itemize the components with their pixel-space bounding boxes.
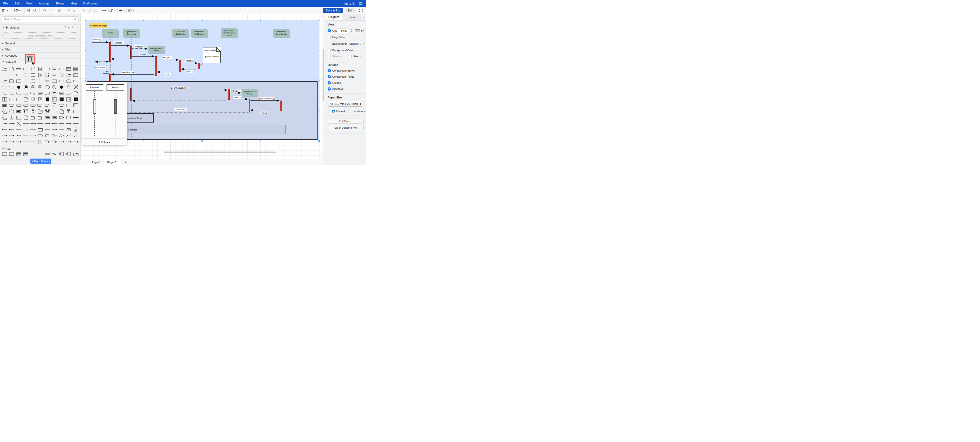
shape-thumbnail-line[interactable]: [72, 120, 80, 126]
shape-thumbnail-darrR[interactable]: [65, 139, 72, 145]
grid-size-stepper[interactable]: [350, 28, 353, 33]
shape-thumbnail-ringarr[interactable]: [51, 132, 58, 139]
shape-thumbnail-deploy[interactable]: [29, 114, 37, 120]
section-general[interactable]: General: [0, 40, 80, 46]
shape-thumbnail-label[interactable]: [1, 102, 8, 108]
shape-thumbnail-arrL[interactable]: [51, 120, 58, 126]
message-label[interactable]: errors: [164, 73, 170, 75]
shape-thumbnail-ellipse[interactable]: [29, 78, 37, 84]
shape-thumbnail-collab[interactable]: [72, 126, 80, 132]
shape-thumbnail-note[interactable]: [72, 90, 80, 96]
shape-thumbnail-class[interactable]: [15, 78, 22, 84]
shape-thumbnail-chevR[interactable]: [65, 90, 72, 96]
zoom-in-icon[interactable]: [26, 8, 32, 13]
shape-thumbnail-comp[interactable]: [58, 151, 65, 157]
shape-thumbnail-pill[interactable]: [15, 102, 22, 108]
message-label[interactable]: validate(): [115, 41, 124, 44]
shape-thumbnail-cross[interactable]: [15, 120, 22, 126]
section-advanced[interactable]: Advanced: [0, 53, 80, 59]
zoom-out-icon[interactable]: [32, 8, 38, 13]
proxy-box-2[interactable]: <<javascript>>:Proxy: [242, 89, 257, 97]
shape-thumbnail-label[interactable]: [15, 72, 22, 78]
shape-thumbnail-black[interactable]: [44, 96, 51, 102]
shape-thumbnail-pill[interactable]: [1, 84, 8, 90]
activation-bar[interactable]: [249, 99, 250, 112]
menu-edit[interactable]: Edit: [11, 2, 23, 5]
shape-thumbnail-halfarr[interactable]: [22, 126, 30, 132]
section-misc[interactable]: Misc: [0, 46, 80, 53]
shape-thumbnail-line[interactable]: [29, 126, 37, 132]
shape-thumbnail-folder[interactable]: [1, 78, 8, 84]
shape-thumbnail-objnode[interactable]: [65, 126, 72, 132]
shape-thumbnail-line[interactable]: [58, 126, 65, 132]
shape-thumbnail-ringarr[interactable]: [58, 132, 65, 139]
activation-bar[interactable]: [155, 56, 157, 76]
search-shapes-box[interactable]: [2, 16, 78, 22]
selection-handle-icon[interactable]: ✕: [318, 140, 320, 143]
shape-thumbnail-label[interactable]: [37, 90, 44, 96]
clear-default-style-button[interactable]: Clear Default Style: [328, 125, 364, 130]
grid-size-input[interactable]: 10 pt: [338, 28, 350, 33]
shape-thumbnail-circH[interactable]: H: [29, 84, 37, 90]
grid-color-button[interactable]: [354, 28, 364, 33]
shape-thumbnail-class[interactable]: [72, 72, 80, 78]
tab-style[interactable]: Style: [343, 14, 361, 20]
shape-thumbnail-info[interactable]: [58, 114, 65, 120]
shape-thumbnail-class[interactable]: [65, 66, 72, 72]
shape-thumbnail-cross[interactable]: [72, 84, 80, 90]
shape-thumbnail-state[interactable]: [44, 90, 51, 96]
selection-handle-icon[interactable]: ✕: [259, 19, 261, 22]
shape-thumbnail-chevL[interactable]: [1, 90, 8, 96]
shape-thumbnail-note[interactable]: [8, 66, 16, 72]
shape-thumbnail-label[interactable]: [58, 66, 65, 72]
menu-file[interactable]: File: [0, 2, 11, 5]
table-icon[interactable]: [128, 8, 134, 13]
shape-thumbnail-enum[interactable]: [15, 151, 22, 157]
shape-thumbnail-arrR[interactable]: [1, 139, 8, 145]
shape-thumbnail-pill[interactable]: [58, 102, 65, 108]
shape-thumbnail-dot[interactable]: [15, 84, 22, 90]
connection-arrow-icon[interactable]: [102, 8, 109, 13]
connection-points-checkbox[interactable]: [328, 75, 331, 78]
shape-thumbnail-arrL[interactable]: [8, 126, 16, 132]
to-back-icon[interactable]: [72, 8, 77, 13]
shape-thumbnail-stickman[interactable]: [8, 114, 16, 120]
shape-thumbnail-class[interactable]: [72, 108, 80, 114]
fullscreen-icon[interactable]: [358, 8, 364, 13]
section-uml25[interactable]: UML 2.5: [0, 59, 80, 65]
shape-thumbnail-darrR[interactable]: [58, 139, 65, 145]
scratchpad-edit-icon[interactable]: ✎: [72, 26, 74, 29]
shape-thumbnail-twin[interactable]: [44, 108, 51, 114]
shape-thumbnail-darrR[interactable]: [22, 120, 30, 126]
vertical-scrollbar-thumb[interactable]: [323, 49, 325, 101]
shape-thumbnail-rect[interactable]: [65, 114, 72, 120]
selection-handle-icon[interactable]: ✕: [318, 79, 320, 82]
page-view-checkbox[interactable]: [328, 36, 331, 39]
shape-thumbnail-pill[interactable]: [22, 102, 30, 108]
save-exit-button[interactable]: Save & Exit: [323, 8, 343, 13]
selection-handle-icon[interactable]: ✕: [142, 140, 145, 143]
shape-thumbnail-port[interactable]: [37, 96, 44, 102]
panel-close-icon[interactable]: ✕: [361, 14, 366, 20]
message-label[interactable]: <<create>>: [134, 45, 145, 48]
shape-thumbnail-enum[interactable]: [22, 151, 30, 157]
shape-thumbnail-port[interactable]: [44, 72, 51, 78]
selection-handle-icon[interactable]: ✕: [318, 19, 320, 22]
shape-thumbnail-dashrect[interactable]: [65, 102, 72, 108]
selection-handle-icon[interactable]: ✕: [201, 19, 203, 22]
shape-thumbnail-list3[interactable]: [44, 78, 51, 84]
shape-thumbnail-line[interactable]: [44, 126, 51, 132]
menu-extras[interactable]: Extras: [52, 2, 67, 5]
shape-thumbnail-dashrect[interactable]: [51, 108, 58, 114]
timing-label[interactable]: {100..600ms}: [95, 66, 108, 69]
shape-thumbnail-list3[interactable]: [51, 72, 58, 78]
shadow-icon[interactable]: [93, 8, 99, 13]
scratchpad-close-icon[interactable]: ✕: [76, 26, 78, 29]
shape-thumbnail-x2[interactable]: [51, 102, 58, 108]
shape-thumbnail-bigfold[interactable]: [37, 108, 44, 114]
shape-thumbnail-table[interactable]: [1, 96, 8, 102]
scratchpad-add-icon[interactable]: +: [68, 26, 69, 29]
activation-bar[interactable]: [109, 42, 111, 62]
shape-thumbnail-ring[interactable]: [58, 72, 65, 78]
shape-thumbnail-ext[interactable]: [1, 108, 8, 114]
